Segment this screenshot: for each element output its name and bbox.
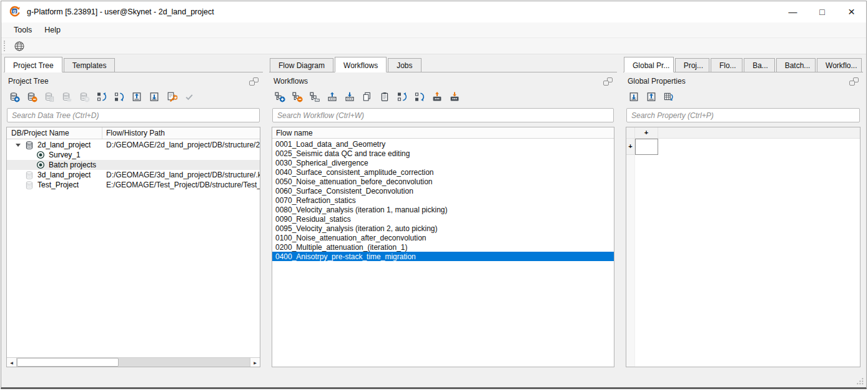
export-project-icon[interactable]: [130, 90, 144, 104]
refresh-properties-icon[interactable]: [662, 90, 676, 104]
expander-icon[interactable]: [16, 144, 21, 149]
window-controls: — □ ×: [778, 1, 866, 22]
tab-project-tree[interactable]: Project Tree: [4, 57, 62, 72]
title-bar: g g-Platform [5.23891] - user@Skynet - 2…: [1, 1, 866, 22]
workflow-list-item[interactable]: 0050_Noise_attenuation_before_deconvolut…: [272, 177, 614, 186]
maximize-button[interactable]: □: [807, 1, 837, 22]
workflow-search-input[interactable]: [272, 108, 614, 122]
archive-export-icon[interactable]: [430, 90, 444, 104]
sync-workflows-icon[interactable]: [413, 90, 427, 104]
tab-templates[interactable]: Templates: [64, 58, 116, 72]
tree-item-label: 2d_land_project: [37, 141, 91, 149]
sync-tree-icon[interactable]: [112, 90, 126, 104]
remove-database-icon[interactable]: [25, 90, 39, 104]
tab-flow-diagram[interactable]: Flow Diagram: [270, 58, 333, 72]
archive-import-icon[interactable]: [448, 90, 461, 104]
column-header-db-project-name[interactable]: DB/Project Name: [7, 127, 102, 139]
workflow-list-item[interactable]: 0200_Multiple_attenuation_(iteration_1): [272, 242, 614, 252]
database-properties-icon[interactable]: [42, 90, 56, 104]
tree-row[interactable]: Survey_1: [7, 150, 260, 160]
workflow-list-item[interactable]: 0025_Seismic data QC and trace editing: [272, 149, 614, 158]
toolbar-grip[interactable]: [4, 41, 7, 51]
import-properties-icon[interactable]: [627, 90, 641, 104]
minimize-button[interactable]: —: [778, 1, 807, 22]
data-tree-search-input[interactable]: [7, 108, 260, 122]
add-database-icon[interactable]: [7, 90, 21, 104]
reload-workflows-icon[interactable]: [395, 90, 409, 104]
float-panel-icon[interactable]: [603, 77, 613, 86]
export-properties-icon[interactable]: [644, 90, 658, 104]
import-workflow-icon[interactable]: [343, 90, 357, 104]
import-project-icon[interactable]: [147, 90, 161, 104]
tab-batch[interactable]: Batch...: [776, 58, 816, 72]
float-panel-icon[interactable]: [249, 77, 259, 86]
tree-row[interactable]: Batch projects: [7, 160, 260, 170]
menu-item-help[interactable]: Help: [38, 24, 67, 36]
scrollbar-track[interactable]: [119, 358, 250, 367]
horizontal-scrollbar[interactable]: ◀ ▶: [7, 357, 260, 367]
menu-bar: ToolsHelp: [1, 22, 866, 37]
workflow-list-item[interactable]: 0070_Refraction_statics: [272, 195, 614, 205]
right-tab-bar: Global Pr...Proj...Flo...Ba...Batch...Wo…: [623, 57, 863, 72]
tree-row[interactable]: 2d_land_projectD:/GEOMAGE/2d_land_projec…: [7, 140, 260, 150]
tab-ba[interactable]: Ba...: [744, 58, 774, 72]
validate-database-icon[interactable]: [60, 90, 74, 104]
tree-row[interactable]: Test_ProjectE:/GEOMAGE/Test_Project/DB/s…: [7, 180, 260, 190]
workflow-list-item[interactable]: 0060_Surface_Consistent_Deconvolution: [272, 186, 614, 195]
app-logo-icon[interactable]: g: [9, 6, 21, 18]
grid-header-row: +: [626, 127, 860, 139]
tree-item-path: D:/GEOMAGE/2d_land_project/DB/structure/…: [102, 141, 260, 149]
window-title: g-Platform [5.23891] - user@Skynet - 2d_…: [27, 7, 214, 16]
workflow-list-item[interactable]: 0100_Noise_attenuation_after_deconvoluti…: [272, 233, 614, 242]
add-workflow-icon[interactable]: [273, 90, 287, 104]
property-edit-cell[interactable]: [635, 139, 658, 155]
workflow-list-item[interactable]: 0040_Surface_consistent_amplitude_correc…: [272, 167, 614, 177]
right-panel-title: Global Properties: [628, 77, 686, 86]
tree-row[interactable]: 3d_land_projectD:/GEOMAGE/3d_land_projec…: [7, 170, 260, 180]
tree-item-path: D:/GEOMAGE/3d_land_project/DB/structure/…: [102, 171, 260, 179]
workflow-list-item[interactable]: 0001_Load_data_and_Geometry: [272, 139, 614, 149]
apply-check-icon[interactable]: [182, 90, 196, 104]
global-properties-dock: Global Pr...Proj...Flo...Ba...Batch...Wo…: [623, 57, 863, 369]
tab-flo[interactable]: Flo...: [711, 58, 742, 72]
database-icon: [24, 140, 34, 150]
tab-proj[interactable]: Proj...: [675, 58, 709, 72]
tab-global-pr[interactable]: Global Pr...: [624, 57, 674, 72]
clear-database-icon[interactable]: [77, 90, 91, 104]
radio-icon: [36, 160, 46, 170]
add-column-header[interactable]: +: [635, 127, 658, 138]
properties-toolbar: [626, 89, 861, 105]
property-search-input[interactable]: [626, 108, 860, 122]
column-header-flow-history-path[interactable]: Flow/History Path: [102, 127, 260, 139]
close-button[interactable]: ×: [837, 1, 866, 22]
workflow-list-item[interactable]: 0080_Velocity_analysis (iteration 1, man…: [272, 205, 614, 214]
float-panel-icon[interactable]: [849, 77, 859, 86]
workflows-dock: Flow DiagramWorkflowsJobs Workflows Flow…: [269, 57, 617, 369]
add-row-header[interactable]: +: [626, 139, 635, 155]
tab-jobs[interactable]: Jobs: [388, 58, 421, 72]
copy-workflow-icon[interactable]: [360, 90, 374, 104]
configure-icon[interactable]: [165, 90, 179, 104]
left-panel-header: Project Tree: [6, 74, 260, 87]
scroll-left-icon[interactable]: ◀: [7, 358, 17, 367]
workflow-list: Flow name 0001_Load_data_and_Geometry002…: [272, 127, 614, 367]
globe-icon[interactable]: [12, 39, 26, 53]
paste-workflow-icon[interactable]: [378, 90, 392, 104]
grid-row: +: [626, 139, 860, 155]
tab-workflows[interactable]: Workflows: [335, 57, 387, 72]
scroll-right-icon[interactable]: ▶: [250, 358, 260, 367]
scrollbar-thumb[interactable]: [17, 358, 119, 367]
workflow-list-item[interactable]: 0090_Residual_statics: [272, 214, 614, 224]
workflow-list-item[interactable]: 0095_Velocity_analysis (iteration 2, aut…: [272, 224, 614, 233]
resize-grip-icon[interactable]: [856, 377, 864, 385]
open-workflow-icon[interactable]: [308, 90, 322, 104]
workflow-list-item[interactable]: 0400_Anisotrpy_pre-stack_time_migration: [272, 252, 614, 261]
export-workflow-icon[interactable]: [325, 90, 339, 104]
menu-item-tools[interactable]: Tools: [7, 24, 38, 36]
tree-item-label: Survey_1: [49, 151, 81, 159]
column-header-flow-name[interactable]: Flow name: [272, 127, 614, 139]
workflow-list-item[interactable]: 0030_Spherical_divergence: [272, 158, 614, 167]
remove-workflow-icon[interactable]: [290, 90, 304, 104]
tab-workflo[interactable]: Workflo...: [817, 58, 862, 72]
reload-tree-icon[interactable]: [95, 90, 109, 104]
